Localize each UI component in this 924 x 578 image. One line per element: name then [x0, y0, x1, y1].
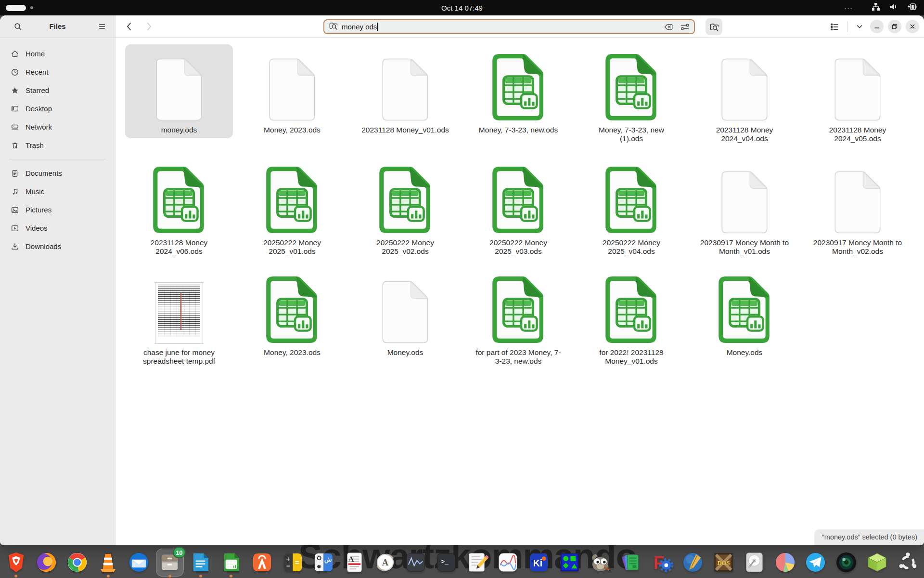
- clear-search-icon[interactable]: [664, 22, 673, 32]
- search-filter-icon[interactable]: [680, 22, 690, 32]
- back-button[interactable]: [123, 20, 136, 33]
- view-options-chevron-icon[interactable]: [853, 19, 866, 34]
- clock[interactable]: Oct 14 07:49: [441, 4, 483, 12]
- spreadsheet-file-icon: [491, 49, 545, 121]
- picture-icon: [11, 206, 19, 214]
- dock-vlc-icon[interactable]: [97, 550, 120, 577]
- sidebar-item-videos[interactable]: Videos: [4, 219, 111, 237]
- search-toggle-button[interactable]: [706, 18, 722, 35]
- dock-texteditor-icon[interactable]: [466, 550, 489, 577]
- minimize-button[interactable]: [870, 20, 884, 33]
- dock-telegram-icon[interactable]: [804, 550, 827, 577]
- file-item[interactable]: 20231128 Money 2024_v04.ods: [691, 44, 798, 147]
- file-item[interactable]: 20230917 Money Month to Month_v02.ods: [804, 157, 911, 260]
- file-item[interactable]: for part of 2023 Money, 7-3-23, new.ods: [464, 267, 572, 369]
- file-item[interactable]: Money, 7-3-23, new.ods: [464, 44, 572, 138]
- file-item[interactable]: 20250222 Money 2025_v01.ods: [238, 157, 346, 260]
- dock-freecad-icon[interactable]: F: [650, 550, 673, 577]
- dock-boxes-icon[interactable]: [866, 550, 889, 577]
- file-item[interactable]: Money, 7-3-23, new (1).ods: [578, 44, 685, 147]
- dock-fonts-icon[interactable]: A: [373, 550, 397, 577]
- file-item[interactable]: 20231128 Money 2024_v06.ods: [125, 157, 233, 260]
- music-note-icon: [11, 187, 19, 196]
- sidebar-item-recent[interactable]: Recent: [4, 63, 111, 81]
- more-indicator-icon: ···: [844, 4, 853, 12]
- battery-charging-icon: [906, 2, 917, 13]
- search-input[interactable]: money ods: [323, 19, 695, 34]
- menu-button[interactable]: [95, 19, 109, 34]
- workspace-dot: [30, 6, 33, 9]
- file-item[interactable]: 20230917 Money Month to Month_v01.ods: [691, 157, 798, 260]
- file-item[interactable]: for 2022! 20231128 Money_v01.ods: [578, 267, 685, 369]
- sidebar-item-network[interactable]: Network: [4, 118, 111, 136]
- sidebar-item-home[interactable]: Home: [4, 45, 111, 63]
- dock-ubuntu-icon[interactable]: [897, 550, 920, 577]
- dock-disks-icon[interactable]: [743, 550, 766, 577]
- restore-button[interactable]: [888, 20, 901, 33]
- file-item[interactable]: chase june for money spreadsheet temp.pd…: [125, 267, 233, 369]
- file-item[interactable]: 20250222 Money 2025_v04.ods: [578, 157, 685, 260]
- dock-firefox-icon[interactable]: [35, 550, 58, 577]
- file-item[interactable]: money.ods: [125, 44, 233, 138]
- video-icon: [11, 224, 19, 233]
- dock-camera-icon[interactable]: [835, 550, 858, 577]
- blank-file-icon: [833, 49, 882, 121]
- dock-textreader-icon[interactable]: A: [343, 550, 366, 577]
- dock-translator-icon[interactable]: Öش: [312, 550, 335, 577]
- sidebar-item-label: Documents: [26, 169, 62, 177]
- file-item[interactable]: 20250222 Money 2025_v02.ods: [351, 157, 459, 260]
- sidebar-item-music[interactable]: Music: [4, 183, 111, 200]
- dock-cards-icon[interactable]: [619, 550, 642, 577]
- system-tray[interactable]: ···: [844, 0, 917, 15]
- dock-calc-icon[interactable]: [219, 550, 243, 577]
- file-item[interactable]: Money, 2023.ods: [238, 267, 346, 361]
- dock-brave-icon[interactable]: [4, 550, 27, 577]
- dock-files-icon[interactable]: 10: [158, 550, 181, 577]
- spreadsheet-file-icon: [491, 272, 545, 344]
- dock-scribus-icon[interactable]: [681, 550, 704, 577]
- dock-monitor-icon[interactable]: [404, 550, 427, 577]
- dock-gimp-icon[interactable]: [589, 550, 612, 577]
- file-name: Money, 7-3-23, new.ods: [479, 126, 558, 134]
- dock-chrome-icon[interactable]: [66, 550, 89, 577]
- sidebar-item-starred[interactable]: Starred: [4, 81, 111, 99]
- blank-file-icon: [833, 162, 882, 234]
- dock-kicad-icon[interactable]: Ki: [527, 550, 551, 577]
- sidebar-item-label: Music: [26, 187, 44, 196]
- blank-file-icon: [154, 49, 204, 121]
- dock-dosbox-icon[interactable]: DOS: [712, 550, 735, 577]
- dock-thunderbird-icon[interactable]: [128, 550, 151, 577]
- activities-indicator[interactable]: [6, 0, 33, 15]
- file-item[interactable]: 20231128 Money_v01.ods: [351, 44, 459, 138]
- dock-calculator-icon[interactable]: +−=: [281, 550, 304, 577]
- file-name: 20250222 Money 2025_v02.ods: [360, 238, 450, 256]
- dock-usage-icon[interactable]: [497, 550, 520, 577]
- list-view-button[interactable]: [827, 19, 841, 34]
- sidebar-item-label: Pictures: [26, 206, 51, 214]
- spreadsheet-file-icon: [152, 162, 206, 234]
- network-icon: [871, 2, 881, 13]
- file-item[interactable]: Money.ods: [351, 267, 459, 361]
- document-icon: [11, 169, 19, 178]
- close-button[interactable]: [906, 20, 919, 33]
- sidebar-item-desktop[interactable]: Desktop: [4, 100, 111, 118]
- forward-button[interactable]: [142, 20, 155, 33]
- sidebar-item-pictures[interactable]: Pictures: [4, 201, 111, 219]
- svg-text:A: A: [382, 557, 388, 567]
- sidebar-item-documents[interactable]: Documents: [4, 164, 111, 182]
- file-item[interactable]: 20231128 Money 2024_v05.ods: [804, 44, 911, 147]
- file-name: Money, 2023.ods: [264, 348, 321, 357]
- dock-software-icon[interactable]: [250, 550, 273, 577]
- file-item[interactable]: Money.ods: [691, 267, 798, 361]
- sidebar-item-downloads[interactable]: Downloads: [4, 237, 111, 255]
- dock-diskusage-icon[interactable]: [773, 550, 796, 577]
- sidebar-item-trash[interactable]: Trash: [4, 136, 111, 154]
- spreadsheet-file-icon: [604, 162, 658, 234]
- file-item[interactable]: 20250222 Money 2025_v03.ods: [464, 157, 572, 260]
- dock-writer-icon[interactable]: [189, 550, 212, 577]
- file-grid: money.ods Money, 2023.ods 20231128 Money…: [116, 38, 924, 545]
- dock-terminal-icon[interactable]: >_: [435, 550, 458, 577]
- svg-text:=: =: [295, 559, 299, 566]
- file-item[interactable]: Money, 2023.ods: [238, 44, 346, 138]
- dock-gerber-icon[interactable]: [558, 550, 581, 577]
